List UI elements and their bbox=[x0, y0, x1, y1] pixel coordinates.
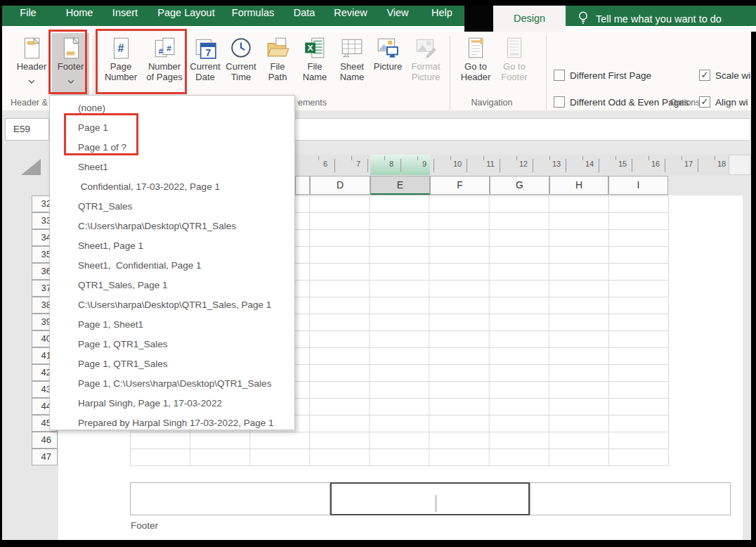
column-header-d[interactable]: D bbox=[310, 176, 370, 195]
column-header-g[interactable]: G bbox=[490, 176, 549, 195]
column-header-partial[interactable] bbox=[295, 176, 310, 195]
ribbon-button-label: Current Date bbox=[188, 61, 223, 82]
footer-preset-item[interactable]: Prepared by Harpal Singh 17-03-2022, Pag… bbox=[50, 413, 294, 433]
ruler-tick bbox=[665, 159, 665, 172]
ribbon-button-header[interactable]: Header bbox=[12, 33, 51, 95]
footer-preset-item[interactable]: Sheet1, Confidential, Page 1 bbox=[50, 256, 294, 276]
column-header-h[interactable]: H bbox=[549, 176, 608, 195]
ribbon-separator bbox=[546, 36, 547, 120]
ruler-number: 11 bbox=[486, 160, 494, 168]
ruler-half-tick bbox=[582, 156, 583, 160]
ruler-half-tick bbox=[682, 156, 682, 160]
tab-design[interactable]: Design bbox=[493, 6, 566, 32]
ribbon-button-file-name[interactable]: XFile Name bbox=[296, 33, 333, 95]
ruler-half-tick bbox=[649, 156, 649, 160]
ribbon-button-current-date[interactable]: 7Current Date bbox=[188, 33, 223, 95]
row-header-46[interactable]: 46 bbox=[32, 432, 58, 449]
ruler-number: 10 bbox=[453, 160, 462, 168]
ribbon-button-go-to-footer: Go to Footer bbox=[496, 33, 533, 95]
frame-top bbox=[0, 0, 756, 6]
ribbon-button-sheet-name[interactable]: Sheet Name bbox=[334, 33, 370, 95]
frame-bottom bbox=[0, 540, 756, 547]
column-header-e[interactable]: E bbox=[370, 176, 430, 195]
checkbox-icon[interactable]: ✓ bbox=[699, 70, 710, 81]
group-label-elements: ements bbox=[298, 98, 327, 108]
excel-file-icon: X bbox=[303, 36, 327, 60]
ruler-number: 7 bbox=[356, 160, 360, 168]
ribbon-button-picture[interactable]: Picture bbox=[371, 33, 405, 95]
ruler-half-tick bbox=[483, 156, 484, 160]
row-header-47[interactable]: 47 bbox=[32, 449, 58, 465]
footer-preset-item[interactable]: QTR1_Sales, Page 1 bbox=[50, 276, 294, 295]
header-icon bbox=[20, 36, 44, 60]
footer-preset-item[interactable]: Sheet1, Page 1 bbox=[50, 236, 294, 256]
group-label-header-footer: Header & bbox=[11, 98, 48, 108]
column-header-i[interactable]: I bbox=[608, 176, 668, 195]
footer-preset-item[interactable]: Confidential, 17-03-2022, Page 1 bbox=[50, 177, 294, 197]
frame-right bbox=[751, 32, 756, 547]
checkbox-label: Scale wi bbox=[715, 70, 750, 81]
tell-me-box[interactable]: Tell me what you want to do bbox=[566, 6, 751, 32]
ribbon-button-file-path[interactable]: File Path bbox=[260, 33, 295, 95]
ribbon-button-label: Go to Header bbox=[457, 61, 495, 82]
footer-preset-item[interactable]: C:\Users\harpa\Desktop\QTR1_Sales bbox=[50, 217, 294, 236]
tell-me-text: Tell me what you want to do bbox=[596, 13, 722, 25]
calendar-icon: 7 bbox=[193, 36, 217, 60]
ruler-tick bbox=[599, 159, 599, 172]
ruler-tick bbox=[533, 159, 533, 172]
checkbox-label: Different First Page bbox=[570, 70, 651, 81]
folder-icon bbox=[266, 36, 289, 60]
annotation-box-page1-presets bbox=[64, 113, 138, 155]
footer-section-center[interactable] bbox=[330, 482, 530, 515]
ribbon-button-go-to-header[interactable]: Go to Header bbox=[457, 33, 495, 95]
footer-section-left[interactable] bbox=[130, 482, 330, 515]
footer-area-label: Footer bbox=[131, 520, 158, 531]
checkbox-different-first-page[interactable]: Different First Page bbox=[554, 70, 651, 81]
ruler-half-tick bbox=[318, 156, 319, 160]
footer-preset-item[interactable]: QTR1_Sales bbox=[50, 197, 294, 217]
footer-preset-item[interactable]: Harpal Singh, Page 1, 17-03-2022 bbox=[50, 394, 294, 413]
ruler-number: 16 bbox=[651, 160, 660, 168]
ruler-tick bbox=[566, 159, 566, 172]
ruler-end-box bbox=[729, 155, 751, 175]
ruler-number: 17 bbox=[684, 160, 693, 168]
ruler bbox=[288, 155, 729, 175]
menubar-gap bbox=[464, 6, 493, 32]
checkbox-scale-wi[interactable]: ✓ Scale wi bbox=[699, 70, 750, 81]
lightbulb-icon bbox=[577, 11, 589, 27]
ruler-tick bbox=[500, 159, 500, 172]
sheet-icon bbox=[340, 36, 364, 60]
select-all-triangle[interactable] bbox=[21, 159, 41, 175]
ruler-number: 12 bbox=[519, 160, 528, 168]
ruler-number: 8 bbox=[389, 160, 393, 168]
checkbox-icon[interactable] bbox=[554, 96, 565, 108]
annotation-box-page-number-buttons bbox=[96, 29, 187, 94]
ruler-number: 18 bbox=[717, 160, 726, 168]
ruler-number: 6 bbox=[323, 160, 327, 168]
clock-icon bbox=[229, 36, 253, 60]
cell-name-box[interactable]: E59 bbox=[5, 118, 49, 141]
ruler-half-tick bbox=[384, 156, 385, 160]
ruler-tick bbox=[467, 159, 467, 172]
footer-preset-item[interactable]: Page 1, C:\Users\harpa\Desktop\QTR1_Sale… bbox=[50, 374, 294, 394]
footer-preset-item[interactable]: Page 1, QTR1_Sales bbox=[50, 354, 294, 374]
ribbon-button-label: Go to Footer bbox=[496, 61, 533, 82]
annotation-box-footer-button bbox=[48, 30, 87, 94]
ruler-half-tick bbox=[715, 156, 715, 160]
footer-preset-item[interactable]: C:\Users\harpa\Desktop\QTR1_Sales, Page … bbox=[50, 295, 294, 315]
footer-section-right[interactable] bbox=[530, 482, 731, 515]
ruler-half-tick bbox=[450, 156, 451, 160]
footer-preset-item[interactable]: Page 1, QTR1_Sales bbox=[50, 335, 294, 354]
ruler-tick bbox=[400, 159, 401, 172]
ribbon-button-current-time[interactable]: Current Time bbox=[223, 33, 259, 95]
footer-preset-item[interactable]: Page 1, Sheet1 bbox=[50, 315, 294, 335]
checkbox-icon[interactable] bbox=[554, 70, 565, 81]
ruler-tick bbox=[698, 159, 698, 172]
ribbon-button-label: Current Time bbox=[223, 61, 259, 82]
ribbon-button-label: Sheet Name bbox=[334, 61, 370, 82]
svg-text:X: X bbox=[308, 43, 313, 52]
column-header-f[interactable]: F bbox=[430, 176, 490, 195]
footer-preset-item[interactable]: Sheet1 bbox=[50, 157, 294, 177]
ribbon-button-label: Header bbox=[12, 61, 51, 72]
ruler-half-tick bbox=[516, 156, 517, 160]
